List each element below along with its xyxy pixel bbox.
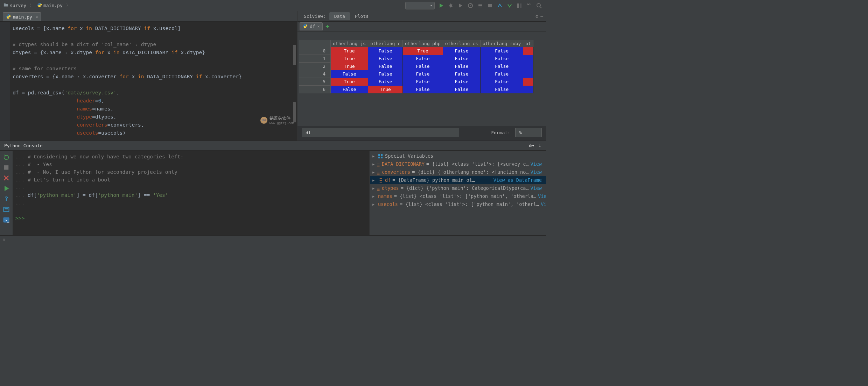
console-header-actions: ⚙▾ ⤓: [529, 143, 542, 148]
svg-text:>_: >_: [5, 218, 9, 223]
view-link[interactable]: View: [530, 184, 544, 192]
col-header[interactable]: otherlang_c: [368, 40, 402, 47]
col-header[interactable]: otherlang_cs: [443, 40, 480, 47]
gear-icon[interactable]: ⚙▾: [529, 143, 534, 148]
console-icon[interactable]: >_: [3, 216, 10, 223]
dataframe-tab-label: df: [310, 24, 315, 29]
var-row[interactable]: ▶names = {list} <class 'list'>: ['python…: [370, 192, 546, 200]
sciview-panel: SciView: Data Plots ⚙ — df ✕ + otherlang…: [298, 11, 546, 141]
object-icon: [378, 153, 383, 159]
top-toolbar: survey 〉 main.py 〉: [0, 0, 546, 11]
commit-icon[interactable]: [496, 2, 503, 9]
profiler-icon[interactable]: [467, 2, 474, 9]
close-icon[interactable]: ✕: [36, 15, 38, 19]
coverage-icon[interactable]: [457, 2, 464, 9]
sciview-title: SciView:: [300, 14, 329, 19]
expand-icon[interactable]: ▶: [372, 176, 376, 184]
download-icon[interactable]: ⤓: [538, 143, 542, 148]
run-icon[interactable]: [438, 2, 444, 9]
dataframe-controls: Format:: [298, 126, 546, 141]
view-link[interactable]: View: [538, 192, 546, 200]
col-header[interactable]: otherlang_php: [403, 40, 443, 47]
table-header-row: otherlang_js otherlang_c otherlang_php o…: [299, 40, 533, 47]
table-row[interactable]: 2TrueFalseFalseFalseFalse: [299, 63, 533, 70]
col-header[interactable]: otherlang_js: [331, 40, 368, 47]
console-panel: Python Console ⚙▾ ⤓ ? >_ ... # Consideri…: [0, 141, 546, 235]
svg-rect-4: [488, 4, 492, 7]
console-gutter: ? >_: [0, 151, 13, 235]
svg-rect-14: [381, 154, 383, 156]
svg-point-7: [537, 3, 540, 7]
run-config-dropdown[interactable]: [405, 2, 435, 9]
var-row[interactable]: ▶DATA_DICTIONARY = {list} <class 'list'>…: [370, 160, 546, 168]
expand-icon[interactable]: ▶: [372, 152, 376, 160]
editor-tab-main[interactable]: main.py ✕: [3, 12, 41, 21]
expand-icon[interactable]: ▶: [372, 192, 374, 200]
editor-tab-label: main.py: [13, 14, 32, 20]
close-icon[interactable]: [3, 174, 10, 181]
expand-icon[interactable]: ▶: [372, 200, 374, 208]
hide-icon[interactable]: —: [540, 14, 543, 19]
sciview-tab-plots[interactable]: Plots: [350, 12, 373, 20]
python-file-icon: [6, 14, 11, 20]
var-row[interactable]: ▶dtypes = {dict} {'python_main': Categor…: [370, 184, 546, 192]
stop-icon[interactable]: [486, 2, 493, 9]
stop-icon[interactable]: [3, 164, 10, 171]
update-icon[interactable]: [506, 2, 513, 9]
dataframe-table[interactable]: otherlang_js otherlang_c otherlang_php o…: [299, 40, 533, 93]
svg-rect-16: [381, 157, 383, 158]
svg-rect-10: [4, 207, 9, 212]
statusbar-chevron-icon[interactable]: »: [3, 237, 6, 242]
list-icon: [377, 186, 380, 191]
expand-icon[interactable]: ▶: [372, 160, 375, 168]
code-editor[interactable]: usecols = [x.name for x in DATA_DICTIONA…: [0, 22, 297, 141]
attach-icon[interactable]: [3, 206, 10, 213]
revert-icon[interactable]: [516, 2, 523, 9]
editor-mark: [293, 102, 296, 122]
svg-text:?: ?: [5, 195, 8, 202]
view-link[interactable]: View: [530, 160, 544, 168]
col-header[interactable]: ot: [523, 40, 533, 47]
undo-icon[interactable]: [526, 2, 533, 9]
col-header[interactable]: otherlang_ruby: [480, 40, 523, 47]
format-input[interactable]: [515, 128, 542, 137]
svg-rect-5: [517, 3, 519, 8]
list-icon: [378, 178, 383, 183]
expand-icon[interactable]: ▶: [372, 184, 375, 192]
add-tab-icon[interactable]: +: [326, 23, 329, 30]
concurrency-icon[interactable]: [477, 2, 484, 9]
view-link[interactable]: View: [541, 200, 546, 208]
search-icon[interactable]: [536, 2, 542, 9]
help-icon[interactable]: ?: [3, 195, 10, 202]
rerun-icon[interactable]: [3, 153, 10, 160]
table-row[interactable]: 4FalseFalseFalseFalseFalse: [299, 70, 533, 78]
svg-point-2: [449, 4, 452, 7]
var-row[interactable]: ▶converters = {dict} {'otherlang_none': …: [370, 168, 546, 176]
breadcrumb-file[interactable]: main.py: [35, 2, 65, 9]
dataframe-tab-df[interactable]: df ✕: [300, 22, 323, 30]
sciview-tab-data[interactable]: Data: [329, 12, 350, 20]
python-file-icon: [37, 2, 42, 8]
var-special[interactable]: ▶Special Variables: [370, 152, 546, 160]
breadcrumb-project-label: survey: [10, 3, 26, 8]
execute-icon[interactable]: [3, 185, 10, 192]
console-title: Python Console: [4, 143, 43, 148]
view-link[interactable]: View: [530, 168, 544, 176]
table-row[interactable]: 0TrueFalseTrueFalseFalse: [299, 47, 533, 55]
console-output[interactable]: ... # Considering we now only have two c…: [13, 151, 370, 235]
statusbar: »: [0, 235, 546, 243]
var-row[interactable]: ▶usecols = {list} <class 'list'>: ['pyth…: [370, 200, 546, 208]
gear-icon[interactable]: ⚙: [536, 14, 538, 19]
var-row-selected[interactable]: ▶df = {DataFrame} python_main ot…View as…: [370, 176, 546, 184]
svg-rect-6: [520, 3, 522, 8]
view-as-dataframe-link[interactable]: View as DataFrame: [493, 176, 544, 184]
close-icon[interactable]: ✕: [317, 24, 320, 29]
breadcrumb-project[interactable]: survey: [1, 2, 28, 9]
debug-icon[interactable]: [447, 2, 454, 9]
expand-icon[interactable]: ▶: [372, 168, 375, 176]
table-row[interactable]: 1TrueFalseFalseFalseFalse: [299, 55, 533, 63]
table-row[interactable]: 6FalseTrueFalseFalseFalse: [299, 86, 533, 93]
table-row[interactable]: 5TrueFalseFalseFalseFalse: [299, 78, 533, 86]
dataframe-expr-input[interactable]: [302, 128, 459, 137]
sciview-tabstrip: SciView: Data Plots ⚙ —: [298, 11, 546, 22]
